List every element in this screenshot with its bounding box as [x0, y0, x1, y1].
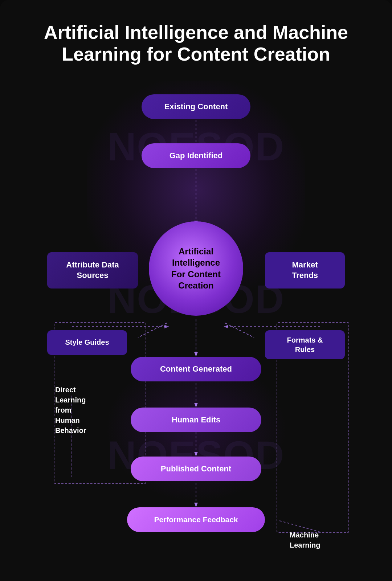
- direct-learning-label: Direct Learning from Human Behavior: [55, 385, 121, 435]
- attribute-data-sources-node: Attribute Data Sources: [47, 252, 138, 289]
- performance-feedback-node: Performance Feedback: [127, 507, 265, 532]
- gap-identified-node: Gap Identified: [142, 143, 250, 168]
- market-trends-node: Market Trends: [265, 252, 345, 289]
- center-circle: Artificial Intelligence For Content Crea…: [149, 221, 243, 316]
- existing-content-node: Existing Content: [142, 94, 250, 119]
- svg-marker-15: [194, 452, 198, 457]
- svg-marker-11: [194, 352, 198, 357]
- svg-marker-21: [164, 325, 169, 328]
- content-generated-node: Content Generated: [131, 357, 261, 381]
- machine-learning-label: Machine Learning: [290, 530, 348, 550]
- formats-rules-node: Formats & Rules: [265, 330, 345, 359]
- style-guides-node: Style Guides: [47, 330, 127, 355]
- main-card: Artificial Intelligence and Machine Lear…: [0, 0, 392, 581]
- diagram-container: NOESOD NOESOD NOESOD: [33, 87, 359, 581]
- diagram-inner: NOESOD NOESOD NOESOD: [33, 87, 359, 581]
- svg-marker-13: [194, 403, 198, 408]
- svg-line-9: [225, 323, 254, 337]
- published-content-node: Published Content: [131, 457, 261, 481]
- human-edits-node: Human Edits: [131, 408, 261, 432]
- svg-marker-23: [224, 325, 228, 328]
- svg-marker-17: [194, 503, 198, 507]
- main-title: Artificial Intelligence and Machine Lear…: [22, 22, 370, 65]
